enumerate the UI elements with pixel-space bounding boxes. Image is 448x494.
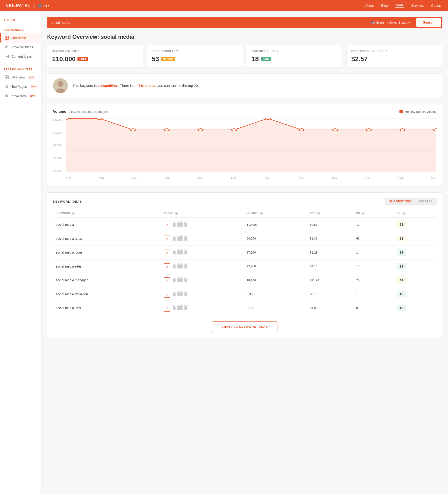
kw-volume-cell: 22,200: [244, 259, 307, 273]
kw-arrow-cell: ↗: [161, 232, 244, 246]
pd-help-icon[interactable]: ?: [362, 212, 365, 215]
kw-name-cell: social media manager: [53, 273, 161, 287]
kw-name-cell: social media definition: [53, 287, 161, 301]
trend-bars: [173, 277, 187, 282]
x-label-dec: DEC: [332, 176, 337, 179]
sidebar: ‹ Menu UBERSUGGEST Overview: [0, 11, 42, 494]
y-label-4: 112,000: [53, 131, 66, 134]
col-cpc: CPC ?: [307, 210, 353, 218]
volume-help-icon[interactable]: ?: [260, 212, 263, 215]
sidebar-item-overview[interactable]: Overview: [0, 33, 41, 42]
cpc-label: COST PER CLICK (CPC) ?: [351, 50, 438, 52]
sd-value: 18: [397, 305, 406, 311]
chart-title: Volume: [53, 110, 66, 114]
lang-label: EN: [43, 4, 47, 7]
tab-related[interactable]: RELATED: [415, 198, 436, 205]
sidebar-item-ta-top-pages[interactable]: Top Pages NEW!: [0, 82, 41, 91]
page-title: Keyword Overview: social media: [47, 34, 442, 40]
keyword-help-icon[interactable]: ?: [72, 212, 75, 215]
sd-value: 16: [397, 291, 406, 297]
keyword-name: social media: [56, 223, 74, 226]
us-flag-icon: 🇺🇸: [371, 21, 375, 24]
view-all-keywords-button[interactable]: VIEW ALL KEYWORD IDEAS: [212, 321, 278, 332]
kw-volume-cell: 9,900: [244, 287, 307, 301]
x-label-nov: NOV: [299, 176, 304, 179]
nav-tools[interactable]: Tools: [395, 3, 404, 8]
svg-point-42: [400, 129, 405, 131]
search-button[interactable]: Search: [416, 18, 441, 27]
content-ideas-icon: [4, 54, 9, 59]
paid-difficulty-help-icon[interactable]: ?: [277, 50, 278, 52]
svg-rect-2: [5, 38, 7, 39]
sidebar-item-content-ideas[interactable]: Content Ideas: [0, 52, 41, 61]
table-row: social media apps ↗ 60,500 $1.42 63 51: [53, 232, 436, 246]
x-label-jan: JAN: [365, 176, 370, 179]
tab-suggestions[interactable]: SUGGESTIONS: [385, 198, 415, 205]
kw-name-cell: social media apps: [53, 232, 161, 246]
chevron-down-icon: ▾: [48, 4, 49, 7]
svg-point-34: [131, 129, 135, 131]
sidebar-item-ta-overview[interactable]: Overview NEW!: [0, 73, 41, 82]
search-input[interactable]: [51, 21, 367, 25]
chart-legend: Monthly Search Volume: [400, 110, 436, 113]
keyword-link-icon[interactable]: ↗: [164, 263, 170, 270]
seo-difficulty-help-icon[interactable]: ?: [176, 50, 178, 52]
kw-sd-cell: 16: [394, 287, 436, 301]
traffic-section-title: TRAFFIC ANALYZER: [0, 65, 41, 73]
keyword-link-icon[interactable]: ↗: [164, 305, 170, 312]
sidebar-item-keyword-ideas[interactable]: Keyword Ideas: [0, 42, 41, 52]
keyword-link-icon[interactable]: ↗: [164, 222, 170, 228]
top-navigation: NEILPATEL | 🌐 EN ▾ About Blog Tools Serv…: [0, 0, 448, 11]
lang-display: English / United States: [376, 21, 407, 24]
chart-area: 140,000 112,000 84,000 56,000 28,000: [53, 118, 436, 179]
sidebar-item-ta-keywords[interactable]: Keywords NEW!: [0, 91, 41, 101]
ta-keywords-label: Keywords: [12, 94, 26, 98]
svg-rect-12: [5, 76, 7, 77]
table-row: social media manager ↗ 18,100 $11.74 75 …: [53, 273, 436, 287]
menu-toggle[interactable]: ‹ Menu: [0, 16, 41, 26]
svg-point-38: [265, 118, 270, 120]
chart-subtitle: 110,000 searches per month: [69, 110, 108, 113]
paid-difficulty-value: 18 EASY: [252, 55, 338, 63]
chart-title-area: Volume 110,000 searches per month: [53, 110, 108, 114]
search-volume-badge: HIGH: [77, 57, 88, 61]
kw-sd-cell: 22: [394, 246, 436, 259]
kw-cpc-cell: $1.83: [307, 301, 353, 315]
col-trend: TREND ?: [161, 210, 244, 218]
kw-cpc-cell: $1.42: [307, 232, 353, 246]
col-keyword: KEYWORD ?: [53, 210, 161, 218]
keyword-link-icon[interactable]: ↗: [164, 277, 170, 284]
trend-bars: [173, 235, 187, 241]
cpc-help-icon[interactable]: ?: [386, 50, 387, 52]
y-label-3: 84,000: [53, 144, 66, 147]
trend-bars: [173, 291, 187, 296]
trend-bars: [173, 304, 187, 310]
insight-chance: 47% chance: [136, 84, 157, 87]
sd-help-icon[interactable]: ?: [402, 212, 406, 215]
kw-name-cell: social media sites: [53, 259, 161, 273]
keyword-link-icon[interactable]: ↗: [164, 249, 170, 256]
y-axis-labels: 140,000 112,000 84,000 56,000 28,000: [53, 118, 66, 172]
keyword-ideas-tabs: SUGGESTIONS RELATED: [385, 198, 436, 205]
nav-about[interactable]: About: [365, 4, 374, 7]
language-dropdown[interactable]: 🇺🇸 English / United States ▾: [368, 19, 413, 26]
x-label-feb: FEB: [398, 176, 403, 179]
nav-blog[interactable]: Blog: [381, 4, 388, 7]
cpc-value: $2.57: [351, 55, 438, 63]
search-volume-help-icon[interactable]: ?: [78, 50, 80, 52]
nav-services[interactable]: Services: [411, 4, 424, 7]
stat-cpc: COST PER CLICK (CPC) ? $2.57: [347, 45, 443, 68]
trend-bars: [173, 263, 187, 269]
x-label-jun: JUN: [132, 176, 137, 179]
keyword-link-icon[interactable]: ↗: [164, 291, 170, 298]
kw-name-cell: social media: [53, 218, 161, 232]
insight-suffix: you can rank in the top 20.: [157, 84, 199, 87]
table-row: social media icons ↗ 27,100 $1.23 1 22: [53, 246, 436, 259]
cpc-col-help-icon[interactable]: ?: [317, 212, 320, 215]
language-selector[interactable]: 🌐 EN ▾: [38, 4, 49, 7]
svg-line-20: [7, 96, 8, 98]
keyword-link-icon[interactable]: ↗: [164, 235, 170, 242]
trend-help-icon[interactable]: ?: [175, 212, 178, 215]
nav-contact[interactable]: Contact: [431, 4, 442, 7]
overview-icon: [4, 36, 9, 40]
